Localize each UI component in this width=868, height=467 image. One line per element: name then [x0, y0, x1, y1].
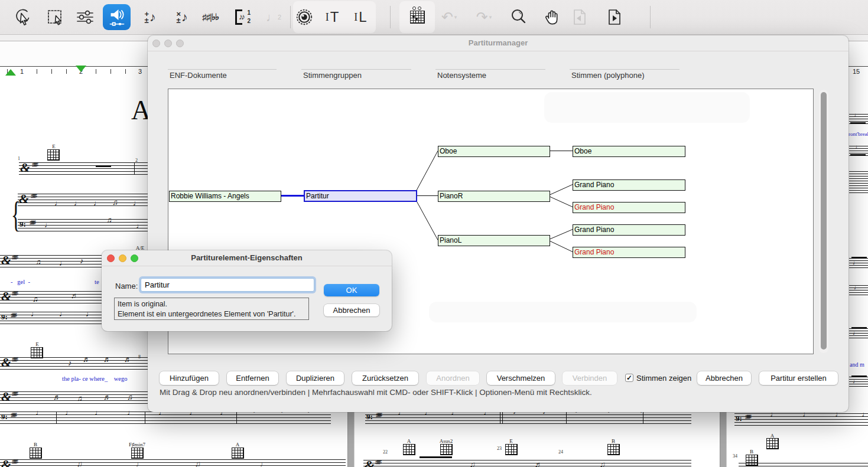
entfernen-button[interactable]: Entfernen [227, 371, 278, 385]
page-forward-button[interactable] [603, 5, 626, 29]
key-signature: ♯♯♯♯ [12, 390, 17, 397]
tree-node-voice-grand-piano-3[interactable]: Grand Piano [573, 224, 685, 236]
note: ♫ [195, 459, 201, 467]
lyrics-tool-button[interactable]: I L [349, 5, 372, 29]
tree-scrollbar[interactable] [819, 90, 828, 353]
note: ♩ [853, 259, 859, 266]
staff: & ♯♯♯♯ [19, 162, 148, 175]
beam [851, 375, 867, 377]
chord-grid-tool-button[interactable] [406, 5, 428, 29]
column-rule [168, 69, 277, 70]
view-tool-button[interactable] [293, 5, 316, 29]
note: ♩ [854, 112, 860, 118]
tree-node-voice-grand-piano-4[interactable]: Grand Piano [573, 247, 685, 258]
staff: 9: ♯♯♯♯ ♩ ♩ ♩ ♩ ♩ ♩ ♩ ♩ ♩ ♩ [365, 412, 691, 424]
ok-button[interactable]: OK [324, 284, 379, 296]
hand-tool-button[interactable] [541, 5, 563, 29]
speaker-icon [106, 6, 128, 28]
zoom-tool-button[interactable] [508, 5, 530, 29]
lyric-line: and m [850, 361, 864, 368]
note: ♩ [133, 198, 141, 207]
ruler-tick [37, 69, 37, 74]
tree-node-document[interactable]: Robbie Williams - Angels [169, 191, 281, 202]
tree-node-system-pianor[interactable]: PianoR [438, 191, 550, 202]
ruler-marker-left[interactable] [5, 69, 16, 76]
redo-button[interactable]: ↷▾ [473, 5, 495, 29]
tree-node-voice-grand-piano-2[interactable]: Grand Piano [573, 202, 685, 213]
note: ♪ [68, 358, 72, 367]
note: ♬ [124, 355, 132, 364]
staff: & ♯♯♯♯ ♫ ♩ ♫ ♩ [0, 459, 346, 467]
key-signature: ♯♯♯♯ [30, 219, 34, 226]
chord-label: E [35, 341, 39, 347]
note: ♩ [127, 408, 135, 417]
tree-node-voice-oboe[interactable]: Oboe [573, 146, 685, 157]
marquee-select-icon [45, 7, 66, 27]
abbrechen-button[interactable]: Abbrechen [697, 371, 751, 385]
chevron-down-icon: ▾ [454, 14, 457, 20]
treble-clef: & [1, 254, 11, 267]
duration-tool-button[interactable]: ♩ 2 [262, 5, 285, 29]
chord-label: Asus2 [440, 438, 453, 444]
hinzufuegen-button[interactable]: Hinzufügen [160, 371, 219, 385]
pointer-icon [12, 7, 32, 27]
tree-node-voice-grand-piano-1[interactable]: Grand Piano [573, 179, 685, 191]
chord-label: B [34, 442, 37, 448]
lyric-line: te [95, 279, 99, 285]
note: ♩ [86, 309, 93, 318]
anordnen-button[interactable]: Anordnen [427, 371, 479, 385]
treble-clef: & [20, 161, 30, 174]
page-back-button[interactable] [568, 5, 591, 29]
name-input[interactable]: Partitur [141, 278, 314, 292]
chord-grid [30, 448, 42, 459]
chord-label: B [750, 449, 753, 455]
verbinden-button[interactable]: Verbinden [563, 371, 617, 385]
duration-number: 2 [278, 14, 281, 21]
tree-node-system-pianol[interactable]: PianoL [438, 235, 550, 246]
undo-button[interactable]: ↶▾ [438, 5, 460, 29]
toolbar-separator [290, 6, 291, 28]
letter-l: L [359, 11, 366, 24]
note: ♬ [53, 393, 61, 401]
note: ♬ [103, 393, 111, 401]
info-line: Element ist ein untergeordnetes Element … [118, 309, 308, 319]
properties-titlebar[interactable]: Partiturelement-Eigenschaften [102, 250, 392, 266]
tree-node-system-oboe[interactable]: Oboe [438, 146, 550, 157]
note: ♫ [112, 198, 118, 207]
stimmen-zeigen-checkbox[interactable]: ✓ [625, 374, 633, 382]
pointer-tool-button[interactable] [11, 5, 34, 29]
partitur-erstellen-button[interactable]: Partitur erstellen [759, 371, 838, 385]
playback-tool-button[interactable] [103, 4, 131, 30]
text-tool-button[interactable]: I IT T [321, 5, 343, 29]
beam [420, 456, 452, 458]
ruler-number: 3 [138, 68, 142, 75]
stimmen-zeigen-label[interactable]: Stimmen zeigen [636, 374, 691, 383]
note: ♫ [35, 257, 41, 266]
staff: ♩ [849, 258, 868, 268]
note: ♩ [855, 143, 861, 150]
note: ♩ [44, 220, 52, 229]
zuruecksetzen-button[interactable]: Zurücksetzen [352, 371, 418, 385]
note: ♩ [65, 408, 73, 417]
beam [850, 122, 866, 124]
mixer-tool-button[interactable] [74, 5, 96, 29]
verschmelzen-button[interactable]: Verschmelzen [487, 371, 555, 385]
marquee-select-tool-button[interactable] [44, 5, 67, 29]
ruler-marker-position[interactable] [76, 66, 86, 72]
key-signature: ♯♯♯♯ [12, 290, 17, 296]
scrollbar-thumb[interactable] [821, 92, 827, 350]
duplizieren-button[interactable]: Duplizieren [287, 371, 344, 385]
score-manager-titlebar[interactable]: Partiturmanager [148, 35, 849, 51]
name-label: Name: [115, 282, 138, 290]
accidentals-tool-button[interactable]: ♯♯|♭♭ [199, 5, 222, 29]
voices-tool-button[interactable]: ♪♪ 1 2 [231, 5, 253, 29]
treble-clef: & [1, 390, 11, 403]
ruler-tick [66, 69, 67, 74]
tree-node-score-group-selected[interactable]: Partitur [304, 190, 417, 202]
page-back-icon [570, 7, 590, 27]
lyric-line: - gel - [11, 279, 30, 285]
add-note-tool-button[interactable]: +± ♪ [139, 5, 161, 29]
cancel-button[interactable]: Abbrechen [324, 304, 379, 316]
staff: ♩ [849, 146, 868, 156]
delete-note-tool-button[interactable]: ×± ♪ [171, 5, 193, 29]
